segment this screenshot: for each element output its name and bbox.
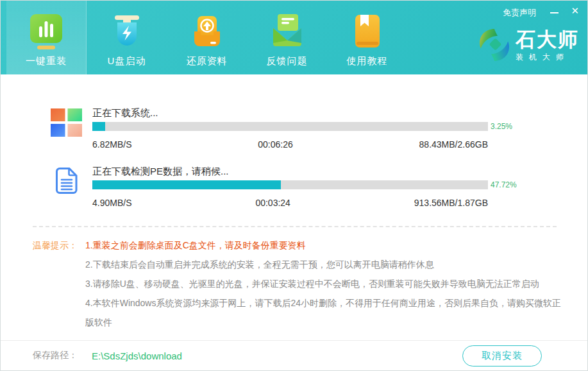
tip-item-2: 2.下载结束后会自动重启并完成系统的安装，全程无需干预，您可以离开电脑请稍作休息 [85, 255, 562, 274]
download-time-remaining: 00:06:26 [258, 139, 293, 150]
tab-feedback[interactable]: 反馈问题 [247, 1, 327, 74]
main-content: 正在下载系统... 3.25% 6.82MB/S 00:06:26 88.43M… [1, 74, 587, 340]
tab-restore-data[interactable]: 还原资料 [167, 1, 247, 74]
download-task-system: 正在下载系统... 3.25% 6.82MB/S 00:06:26 88.43M… [1, 107, 587, 150]
tab-tutorial[interactable]: 使用教程 [327, 1, 407, 74]
download-speed: 4.90MB/S [92, 198, 131, 208]
download-size: 913.56MB/1.87GB [414, 198, 488, 208]
progress-percent: 47.72% [491, 180, 525, 189]
document-icon [51, 168, 82, 194]
tutorial-book-icon [349, 13, 385, 50]
tips-list: 1.重装之前会删除桌面及C盘文件，请及时备份重要资料 2.下载结束后会自动重启并… [85, 236, 562, 332]
tab-usb-boot[interactable]: U盘启动 [87, 1, 167, 74]
minimize-button[interactable] [550, 12, 559, 13]
restore-box-icon [189, 13, 225, 50]
tab-label: 使用教程 [347, 55, 388, 67]
tab-label: 一键重装 [26, 55, 67, 67]
tab-label: 反馈问题 [267, 55, 308, 67]
brand-subtitle: 装机大师 [516, 52, 579, 63]
progress-bar [92, 122, 488, 131]
tip-item-3: 3.请移除U盘、移动硬盘、光驱里的光盘，并保证安装过程中不会断电，否则重装可能失… [85, 274, 562, 293]
tab-label: U盘启动 [108, 55, 146, 67]
brand-logo: 石大师 装机大师 [478, 26, 579, 66]
save-path-label: 保存路径： [33, 350, 78, 361]
brand-name: 石大师 [516, 30, 579, 51]
app-window: 一键重装 U盘启动 [0, 0, 588, 371]
feedback-mail-icon [269, 13, 305, 50]
close-button[interactable]: ✕ [571, 4, 579, 17]
download-size: 88.43MB/2.66GB [419, 139, 488, 150]
progress-percent: 3.25% [491, 122, 525, 131]
tip-item-4: 4.本软件Windows系统资源均来源于网上，请下载后24小时删除，不得用于任何… [85, 293, 562, 332]
disclaimer-link[interactable]: 免责声明 [503, 7, 536, 19]
tip-item-1: 1.重装之前会删除桌面及C盘文件，请及时备份重要资料 [85, 236, 562, 255]
header: 一键重装 U盘启动 [1, 1, 587, 74]
dashed-divider [33, 226, 557, 227]
cancel-install-button[interactable]: 取消安装 [462, 345, 542, 367]
download-time-remaining: 00:03:24 [255, 198, 290, 208]
save-path-value: E:\SdsZjds\download [92, 350, 182, 361]
tab-one-key-reinstall[interactable]: 一键重装 [6, 1, 87, 74]
usb-drive-icon [109, 13, 145, 50]
tips-label: 温馨提示： [33, 236, 85, 332]
download-speed: 6.82MB/S [92, 139, 131, 150]
window-controls: ✕ [550, 4, 579, 17]
brand-s-icon [478, 26, 511, 66]
footer-bar: 保存路径： E:\SdsZjds\download 取消安装 [1, 340, 587, 370]
download-title: 正在下载系统... [92, 107, 525, 119]
chart-monitor-icon [28, 13, 64, 50]
progress-bar [92, 180, 488, 189]
progress-fill [92, 180, 281, 189]
progress-fill [92, 122, 105, 131]
tips-section: 温馨提示： 1.重装之前会删除桌面及C盘文件，请及时备份重要资料 2.下载结束后… [1, 236, 587, 332]
download-title: 正在下载检测PE数据，请稍候... [92, 165, 525, 178]
download-task-pe-data: 正在下载检测PE数据，请稍候... 47.72% 4.90MB/S 00:03:… [1, 165, 587, 208]
tab-label: 还原资料 [187, 55, 228, 67]
windows-logo-icon [51, 108, 82, 137]
